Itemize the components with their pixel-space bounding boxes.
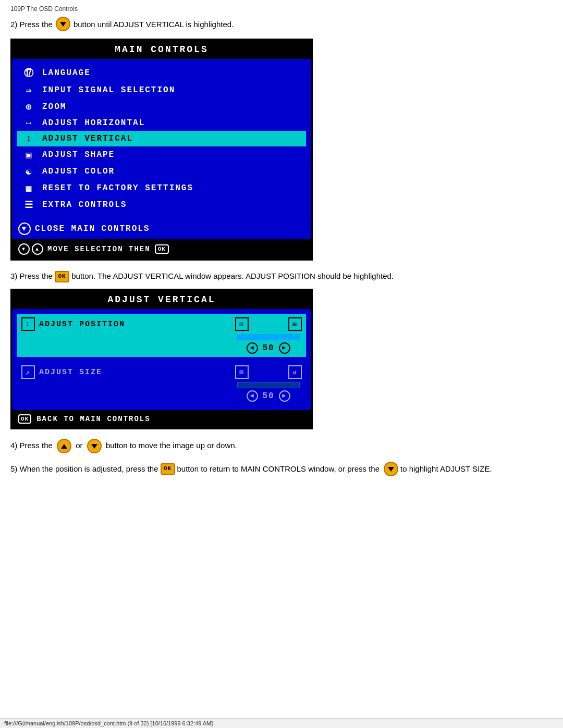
- adjust-vertical-body: ↕ ADJUST POSITION ⊡ ⊞ ◄ 50 ►: [12, 309, 311, 410]
- close-icon-circle: ▼: [18, 223, 31, 235]
- osd-item-input-signal: ⇒ INPUT SIGNAL SELECTION: [17, 82, 306, 98]
- zoom-icon: ⊕: [21, 101, 37, 113]
- nav-up-icon: ▲: [32, 243, 43, 255]
- av-size-value-row: ◄ 50 ►: [247, 390, 290, 402]
- osd-item-adjust-vertical: ↕ ADJUST VERTICAL: [17, 131, 306, 146]
- av-size-value: 50: [262, 391, 274, 401]
- right-arrow-btn[interactable]: ►: [279, 342, 290, 354]
- av-position-controls: ⊡ ⊞ ◄ 50 ►: [235, 317, 302, 354]
- main-controls-footer: ▼ ▲ MOVE SELECTION THEN OK: [12, 239, 311, 259]
- ok-button-step3[interactable]: OK: [55, 271, 69, 282]
- av-size-label-area: ↗ ADJUST SIZE: [21, 365, 146, 379]
- av-spacer: [17, 357, 306, 362]
- av-position-label-area: ↕ ADJUST POSITION: [21, 317, 146, 331]
- reset-icon: ▦: [21, 182, 37, 194]
- ok-badge-av: OK: [18, 414, 31, 424]
- av-position-value: 50: [262, 343, 274, 353]
- page-title: 109P The OSD Controls: [10, 5, 553, 13]
- av-footer: OK BACK TO MAIN CONTROLS: [12, 410, 311, 428]
- av-position-row: ↕ ADJUST POSITION ⊡ ⊞ ◄ 50 ►: [17, 314, 306, 357]
- adjust-shape-icon: ▣: [21, 149, 37, 161]
- adjust-vertical-icon: ↕: [21, 133, 37, 144]
- main-controls-header: MAIN CONTROLS: [12, 40, 311, 59]
- up-button-step4[interactable]: [57, 439, 71, 453]
- adjust-horizontal-icon: ↔: [21, 118, 37, 128]
- osd-item-adjust-horizontal: ↔ ADJUST HORIZONTAL: [17, 115, 306, 131]
- av-size-slider: [237, 382, 300, 388]
- input-signal-icon: ⇒: [21, 84, 37, 96]
- arrow-up-icon: [61, 444, 67, 449]
- av-size-row: ↗ ADJUST SIZE ⊠ ↺ ◄ 50 ►: [17, 362, 306, 405]
- step5-text: 5) When the position is adjusted, press …: [10, 460, 553, 478]
- osd-item-reset: ▦ RESET TO FACTORY SETTINGS: [17, 180, 306, 196]
- size-right-arrow-btn[interactable]: ►: [279, 390, 290, 402]
- adjust-vertical-header: ADJUST VERTICAL: [12, 290, 311, 309]
- down-button-step4[interactable]: [87, 439, 102, 453]
- osd-item-language: ⑰ LANGUAGE: [17, 64, 306, 82]
- osd-item-zoom: ⊕ ZOOM: [17, 98, 306, 115]
- osd-item-extra-controls: ☰ EXTRA CONTROLS: [17, 196, 306, 213]
- size-icon-1: ⊠: [235, 365, 249, 379]
- main-controls-screen: MAIN CONTROLS ⑰ LANGUAGE ⇒ INPUT SIGNAL …: [10, 39, 313, 261]
- av-position-value-row: ◄ 50 ►: [247, 342, 290, 354]
- adjust-position-icon: ↕: [21, 317, 35, 331]
- down-button-step5[interactable]: [384, 462, 398, 476]
- close-main-controls-row: ▼ CLOSE MAIN CONTROLS: [12, 218, 311, 239]
- monitor-icon-2: ⊞: [288, 317, 302, 331]
- footer-icons: ▼ ▲: [18, 243, 43, 255]
- ok-button-step5[interactable]: OK: [161, 463, 175, 475]
- extra-controls-icon: ☰: [21, 199, 37, 211]
- adjust-color-icon: ☯: [21, 166, 37, 177]
- step2-text: 2) Press the button until ADJUST VERTICA…: [10, 17, 553, 31]
- left-arrow-btn[interactable]: ◄: [247, 342, 258, 354]
- av-position-slider: [237, 334, 300, 340]
- osd-item-adjust-shape: ▣ ADJUST SHAPE: [17, 146, 306, 163]
- main-controls-body: ⑰ LANGUAGE ⇒ INPUT SIGNAL SELECTION ⊕ ZO…: [12, 59, 311, 218]
- nav-down-icon: ▼: [18, 243, 30, 255]
- bottom-spacer: [10, 485, 553, 526]
- page-footer: file:///G|/manual/english/109P/osd/osd_c…: [0, 718, 563, 728]
- arrow-down-icon: [60, 22, 66, 27]
- av-size-icons-row: ⊠ ↺: [235, 365, 302, 379]
- size-left-arrow-btn[interactable]: ◄: [247, 390, 258, 402]
- av-size-controls: ⊠ ↺ ◄ 50 ►: [235, 365, 302, 402]
- adjust-size-icon: ↗: [21, 365, 35, 379]
- av-position-icons-row: ⊡ ⊞: [235, 317, 302, 331]
- size-icon-2: ↺: [288, 365, 302, 379]
- step4-text: 4) Press the or button to move the image…: [10, 439, 553, 453]
- arrow-down-icon3: [388, 467, 394, 472]
- adjust-vertical-screen: ADJUST VERTICAL ↕ ADJUST POSITION ⊡ ⊞ ◄ …: [10, 289, 313, 429]
- monitor-icon-1: ⊡: [235, 317, 249, 331]
- step3-text: 3) Press the OK button. The ADJUST VERTI…: [10, 270, 553, 282]
- osd-item-adjust-color: ☯ ADJUST COLOR: [17, 163, 306, 180]
- down-button-step2[interactable]: [56, 17, 70, 31]
- ok-badge-footer: OK: [155, 244, 169, 254]
- language-icon: ⑰: [21, 67, 37, 79]
- arrow-down-icon2: [91, 444, 97, 449]
